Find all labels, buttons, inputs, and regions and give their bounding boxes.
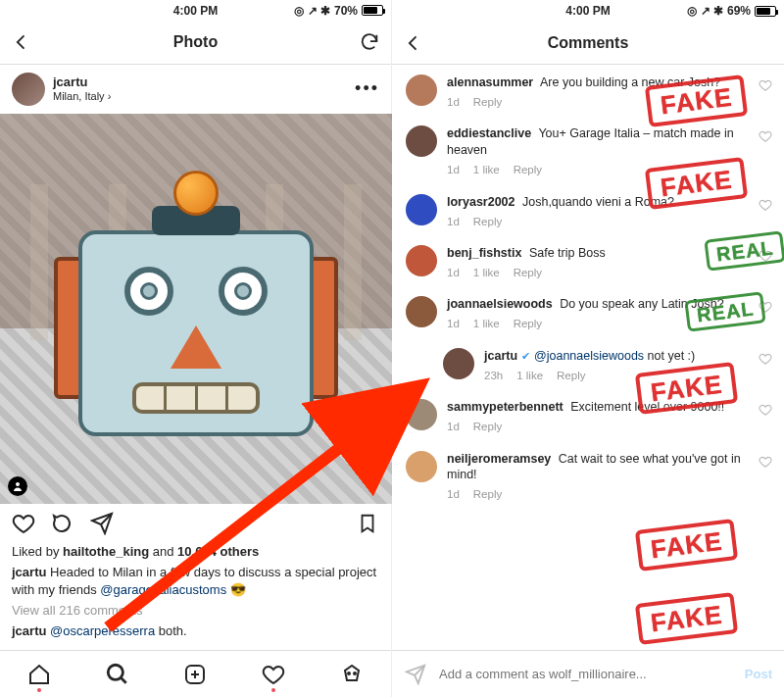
comment-text: Josh,quando vieni a Roma? [519,195,674,209]
comment-mention[interactable]: @joannaelsiewoods [534,349,644,363]
like-icon[interactable] [759,352,772,369]
more-icon[interactable]: ••• [355,78,379,99]
like-icon[interactable] [759,78,772,95]
comment-age: 1d [447,95,460,111]
comment-reply[interactable]: Reply [514,163,542,178]
view-all-comments[interactable]: View all 216 comments [12,602,379,620]
caption-mention[interactable]: @garageitaliacustoms [100,582,226,597]
comment-username[interactable]: eddiestanclive [447,126,531,140]
robot-illustration [0,114,392,505]
like-icon[interactable] [759,249,772,266]
comment-age: 1d [447,163,460,178]
comment-row[interactable]: benj_fishstix Safe trip Boss1d1 likeRepl… [392,235,784,286]
svg-point-7 [354,672,356,674]
bookmark-icon[interactable] [356,512,379,535]
back-icon[interactable] [402,31,425,55]
likes-line[interactable]: Liked by hailtothe_king and 10,604 other… [12,543,379,561]
post-body: Liked by hailtothe_king and 10,604 other… [0,543,391,650]
comment-likes[interactable]: 1 like [516,369,543,384]
comment-reply[interactable]: Reply [473,95,502,111]
comment-row[interactable]: alennasummer Are you building a new car … [392,65,784,116]
share-icon[interactable] [404,663,427,686]
comment-row[interactable]: joannaelsiewoods Do you speak any Latin … [392,286,784,337]
comment-reply[interactable]: Reply [514,317,542,332]
comment-age: 1d [447,420,460,435]
comment-username[interactable]: benj_fishstix [447,246,521,260]
avatar[interactable] [406,451,437,482]
comment-username[interactable]: loryasr2002 [447,195,515,209]
comment-reply[interactable]: Reply [473,215,502,230]
comment-likes[interactable]: 1 like [473,163,500,178]
battery-icon [362,5,383,16]
comment-row[interactable]: loryasr2002 Josh,quando vieni a Roma?1dR… [392,184,784,235]
comment-username[interactable]: alennasummer [447,75,533,89]
comment-age: 1d [447,215,460,230]
comment-username[interactable]: neiljeromeramsey [447,452,551,466]
comment-username[interactable]: joannaelsiewoods [447,297,553,311]
comment-age: 1d [447,317,460,332]
comments-screen: 4:00 PM ◎ ↗ ✱ 69% Comments alennasummer … [392,0,784,697]
comment-reply[interactable]: Reply [557,369,585,384]
comment-text: Excitement level over 9000!! [567,400,725,414]
chevron-right-icon: › [108,90,112,102]
like-icon[interactable] [759,455,772,472]
avatar[interactable] [406,194,437,225]
post-location[interactable]: Milan, Italy › [53,90,347,103]
comment-row[interactable]: sammypeterbennett Excitement level over … [392,389,784,440]
comment-icon[interactable] [51,512,74,535]
avatar[interactable] [406,296,437,327]
comment-likes[interactable]: 1 like [473,317,500,332]
preview-comment: jcartu @oscarperesserra both. [12,622,379,640]
verified-icon: ✔ [521,350,530,362]
share-icon[interactable] [90,512,114,535]
tab-add[interactable] [181,661,209,688]
like-icon[interactable] [12,512,35,535]
comments-list[interactable]: alennasummer Are you building a new car … [392,65,784,650]
comment-age: 1d [447,487,460,503]
avatar[interactable] [406,75,437,106]
comment-text: Are you building a new car Josh? [537,75,720,89]
comment-likes[interactable]: 1 like [473,266,500,281]
avatar[interactable] [406,125,437,157]
compose-bar: Post [392,650,784,697]
like-icon[interactable] [759,403,772,420]
svg-point-1 [108,665,122,679]
status-battery-pct: 70% [334,4,358,18]
comment-reply[interactable]: Reply [473,420,502,435]
like-icon[interactable] [759,300,772,317]
comment-username[interactable]: jcartu [484,349,517,363]
like-icon[interactable] [759,198,772,215]
status-indicators: ◎ ↗ ✱ [687,4,723,18]
tab-profile[interactable] [338,661,366,688]
post-username[interactable]: jcartu [53,75,347,90]
post-image[interactable] [0,114,392,505]
comment-age: 23h [484,369,503,384]
avatar[interactable] [12,73,45,106]
refresh-icon[interactable] [358,30,381,54]
comment-reply[interactable]: Reply [473,487,502,503]
avatar[interactable] [406,245,437,276]
preview-mention[interactable]: @oscarperesserra [46,623,155,638]
post-header[interactable]: jcartu Milan, Italy › ••• [0,65,391,114]
photo-screen: 4:00 PM ◎ ↗ ✱ 70% Photo jcartu Milan, It… [0,0,392,697]
status-battery-pct: 69% [727,4,751,18]
comment-row[interactable]: neiljeromeramsey Cat wait to see what yo… [392,441,784,509]
nav-title: Photo [0,33,391,51]
post-button[interactable]: Post [745,667,772,681]
tab-search[interactable] [104,661,131,688]
like-icon[interactable] [759,129,772,146]
nav-title: Comments [392,34,784,52]
back-icon[interactable] [10,30,33,54]
comment-reply[interactable]: Reply [514,266,542,281]
comment-row[interactable]: eddiestanclive You+ Garage Italia – matc… [392,116,784,183]
tab-home[interactable] [25,661,53,688]
svg-point-0 [16,482,20,486]
comment-row[interactable]: jcartu✔@joannaelsiewoods not yet :)23h1 … [392,338,784,389]
status-indicators: ◎ ↗ ✱ [294,4,330,18]
comment-input[interactable] [439,667,733,681]
battery-icon [755,6,776,17]
tab-activity[interactable] [260,661,287,688]
avatar[interactable] [406,399,437,430]
comment-username[interactable]: sammypeterbennett [447,400,564,414]
avatar[interactable] [443,348,474,379]
